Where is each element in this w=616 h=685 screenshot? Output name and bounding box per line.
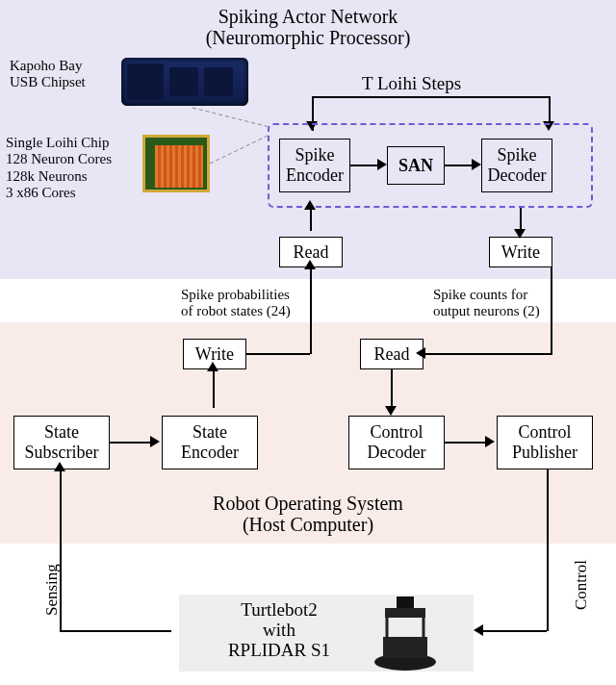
label-sensing: Sensing: [42, 564, 62, 616]
box-spike-encoder: Spike Encoder: [279, 139, 350, 192]
title-ros-l2: (Host Computer): [243, 514, 373, 535]
box-read-mid: Read: [360, 339, 424, 369]
label-kapoho: Kapoho Bay USB Chipset: [10, 58, 86, 91]
label-spike-counts-l2: output neurons (2): [433, 303, 540, 318]
label-spike-prob-l1: Spike probabilities: [181, 287, 290, 302]
label-robot: Turtlebot2 with RPLIDAR S1: [192, 600, 366, 661]
title-san: Spiking Actor Network (Neuromorphic Proc…: [0, 6, 616, 48]
turtlebot-icon: [366, 595, 445, 672]
label-loihi-l2: 128 Neuron Cores: [6, 151, 112, 166]
box-spike-decoder: Spike Decoder: [481, 139, 552, 192]
label-spike-counts-l1: Spike counts for: [433, 287, 527, 302]
title-san-l1: Spiking Actor Network: [218, 6, 398, 27]
label-kapoho-l1: Kapoho Bay: [10, 58, 82, 73]
box-write-top: Write: [489, 237, 552, 267]
box-san: SAN: [387, 146, 445, 185]
box-control-decoder: Control Decoder: [348, 416, 445, 469]
label-robot-l2: with: [263, 620, 295, 640]
label-spike-prob: Spike probabilities of robot states (24): [181, 287, 291, 320]
label-control: Control: [572, 560, 591, 610]
label-loihi-l3: 128k Neurons: [6, 168, 88, 184]
svg-rect-3: [383, 637, 427, 658]
svg-rect-7: [397, 596, 414, 608]
label-spike-prob-l2: of robot states (24): [181, 303, 291, 318]
label-spike-counts: Spike counts for output neurons (2): [433, 287, 540, 320]
label-loihi-l1: Single Loihi Chip: [6, 135, 110, 150]
title-ros: Robot Operating System (Host Computer): [0, 493, 616, 535]
title-ros-l1: Robot Operating System: [213, 493, 403, 514]
label-robot-l1: Turtlebot2: [241, 599, 318, 620]
svg-rect-6: [385, 608, 425, 618]
box-state-encoder: State Encoder: [162, 416, 258, 469]
title-san-l2: (Neuromorphic Processor): [206, 27, 411, 48]
loihi-chip-icon: [142, 135, 210, 192]
label-loihi: Single Loihi Chip 128 Neuron Cores 128k …: [6, 135, 112, 201]
box-control-publisher: Control Publisher: [497, 416, 593, 469]
label-robot-l3: RPLIDAR S1: [228, 640, 330, 660]
label-loihi-steps: T Loihi Steps: [362, 73, 461, 94]
label-kapoho-l2: USB Chipset: [10, 74, 86, 89]
label-loihi-l4: 3 x86 Cores: [6, 185, 76, 200]
kapoho-board-icon: [121, 58, 248, 106]
